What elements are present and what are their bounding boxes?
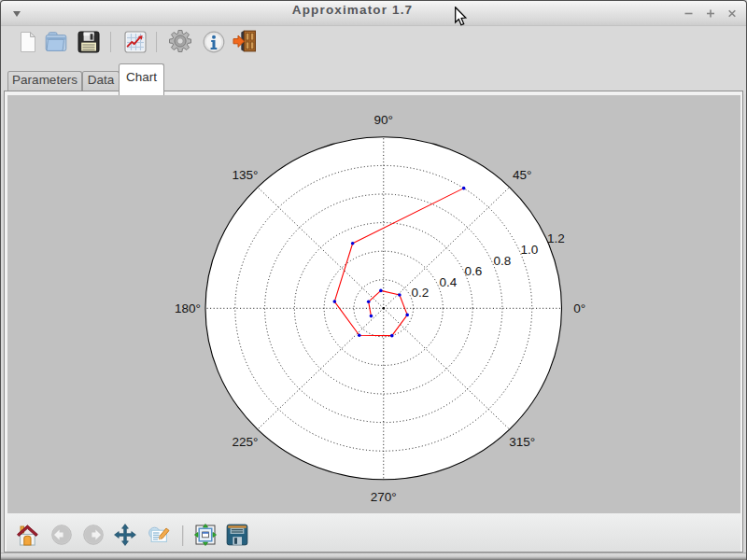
svg-text:315°: 315° — [509, 434, 535, 448]
svg-text:0.2: 0.2 — [411, 285, 429, 299]
svg-text:0.8: 0.8 — [493, 253, 511, 267]
svg-text:225°: 225° — [232, 434, 258, 448]
svg-text:45°: 45° — [512, 168, 530, 182]
svg-text:270°: 270° — [370, 489, 396, 503]
svg-text:0.4: 0.4 — [439, 275, 457, 289]
svg-text:135°: 135° — [232, 168, 258, 182]
svg-text:1.2: 1.2 — [547, 231, 565, 245]
svg-text:90°: 90° — [374, 113, 392, 127]
svg-text:0°: 0° — [573, 301, 585, 315]
svg-text:1.0: 1.0 — [520, 243, 538, 257]
svg-text:180°: 180° — [174, 301, 200, 315]
svg-text:0.6: 0.6 — [464, 264, 482, 278]
